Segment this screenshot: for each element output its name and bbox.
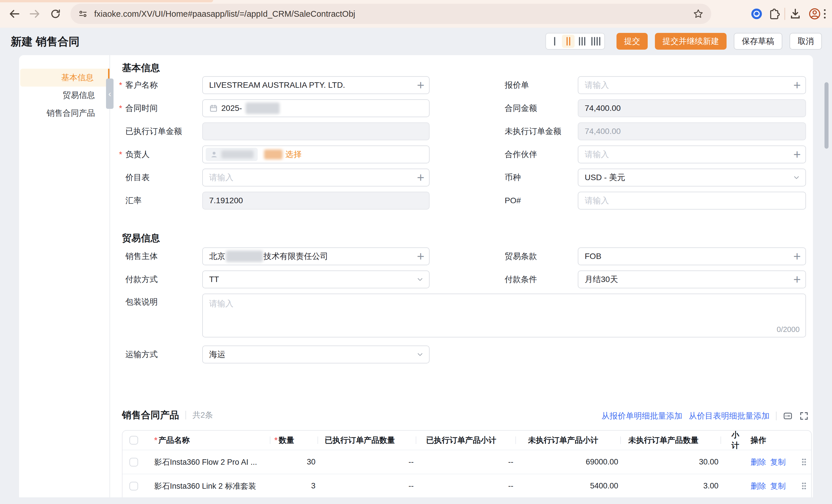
- copy-row-link[interactable]: 复制: [770, 457, 786, 467]
- col-unexecuted-qty: 未执行订单产品数量: [620, 431, 721, 450]
- sidebar-item-trade-info[interactable]: 贸易信息: [20, 86, 109, 104]
- sidebar-collapse-handle[interactable]: ‹: [106, 79, 113, 109]
- submit-and-new-button[interactable]: 提交并继续新建: [655, 33, 727, 50]
- profile-icon[interactable]: [808, 7, 821, 20]
- row-checkbox[interactable]: [129, 458, 138, 467]
- plus-icon[interactable]: +: [417, 171, 424, 184]
- col-executed-qty: 已执行订单产品数量: [317, 431, 416, 450]
- plus-icon[interactable]: +: [417, 79, 424, 91]
- table-header-row: *产品名称 *数量 已执行订单产品数量 已执行订单产品小计 未执行订单产品小计 …: [123, 431, 811, 450]
- redacted-action: [264, 149, 283, 159]
- links-divider: [776, 412, 777, 420]
- plus-icon[interactable]: +: [417, 250, 424, 263]
- url-text[interactable]: fxiaoke.com/XV/UI/Home#paasapp/list/=/ap…: [94, 9, 693, 19]
- payment-terms-input[interactable]: 月结30天 +: [578, 271, 806, 288]
- fullscreen-icon[interactable]: [799, 411, 809, 421]
- site-settings-icon[interactable]: [78, 9, 88, 19]
- downloads-icon[interactable]: [789, 8, 801, 20]
- product-name-cell[interactable]: 影石Insta360 Flow 2 Pro AI ...: [148, 450, 270, 474]
- extensions-puzzle-icon[interactable]: [768, 8, 780, 20]
- forward-icon[interactable]: [28, 7, 41, 20]
- price-list-label: 价目表: [119, 172, 202, 183]
- sidebar-item-contract-products[interactable]: 销售合同产品: [20, 104, 109, 122]
- scrollbar-thumb[interactable]: [825, 82, 829, 149]
- title-divider: [185, 411, 186, 419]
- avatar-icon: [210, 150, 218, 159]
- batch-add-from-quote-link[interactable]: 从报价单明细批量添加: [601, 411, 682, 421]
- layout-option-2col[interactable]: [562, 35, 575, 48]
- drag-handle-icon[interactable]: [802, 482, 806, 490]
- batch-add-from-pricelist-link[interactable]: 从价目表明细批量添加: [689, 411, 770, 421]
- contract-date-input[interactable]: 2025-: [202, 99, 430, 117]
- col-unexecuted-subtotal: 未执行订单产品小计: [515, 431, 620, 450]
- payment-terms-label: 付款条件: [498, 274, 578, 285]
- po-label: PO#: [498, 196, 578, 205]
- chevron-down-icon: [416, 350, 424, 359]
- browser-menu-icon[interactable]: [821, 9, 829, 19]
- packing-note-label: 包装说明: [119, 297, 202, 307]
- layout-option-1col[interactable]: [548, 35, 561, 48]
- section-title-trade: 贸易信息: [122, 232, 160, 245]
- redacted-entity: [226, 251, 263, 262]
- record-count: 共2条: [192, 410, 213, 421]
- bookmark-star-icon[interactable]: [693, 8, 704, 19]
- back-icon[interactable]: [8, 7, 21, 20]
- plus-icon[interactable]: +: [793, 273, 801, 286]
- calendar-icon: [209, 104, 218, 113]
- quote-input[interactable]: 请输入 +: [578, 76, 806, 94]
- trade-terms-input[interactable]: FOB +: [578, 247, 806, 265]
- select-all-checkbox[interactable]: [129, 436, 138, 445]
- sidebar-item-basic-info[interactable]: 基本信息: [20, 69, 109, 87]
- products-table: *产品名称 *数量 已执行订单产品数量 已执行订单产品小计 未执行订单产品小计 …: [122, 430, 812, 497]
- copy-row-link[interactable]: 复制: [770, 481, 786, 491]
- currency-select[interactable]: USD - 美元: [578, 169, 806, 187]
- drag-handle-icon[interactable]: [802, 458, 806, 466]
- layout-option-4col[interactable]: [589, 35, 602, 48]
- price-list-input[interactable]: 请输入 +: [202, 169, 430, 187]
- exchange-rate-input: 7.191200: [202, 192, 430, 209]
- url-bar[interactable]: fxiaoke.com/XV/UI/Home#paasapp/list/=/ap…: [71, 4, 711, 24]
- quote-label: 报价单: [498, 80, 578, 91]
- trade-terms-label: 贸易条款: [498, 251, 578, 262]
- card-view-icon[interactable]: [783, 411, 793, 421]
- currency-label: 币种: [498, 172, 578, 183]
- product-name-cell[interactable]: 影石Insta360 Link 2 标准套装: [148, 474, 270, 497]
- page-title: 新建 销售合同: [11, 34, 80, 49]
- owner-select-link[interactable]: 选择: [285, 149, 302, 160]
- delete-row-link[interactable]: 删除: [751, 457, 766, 467]
- payment-method-select[interactable]: TT: [202, 271, 430, 288]
- owner-label: *负责人: [119, 149, 202, 160]
- col-quantity: *数量: [270, 431, 317, 450]
- sales-entity-input[interactable]: 北京 技术有限责任公司 +: [202, 247, 430, 265]
- delete-row-link[interactable]: 删除: [751, 481, 766, 491]
- customer-input[interactable]: LIVESTREAM AUSTRALIA PTY. LTD. +: [202, 76, 430, 94]
- owner-input[interactable]: 选择: [202, 145, 430, 163]
- col-product-name: *产品名称: [148, 431, 270, 450]
- table-row: 影石Insta360 Link 2 标准套装 3 -- -- 5400.00 3…: [123, 474, 811, 497]
- plus-icon[interactable]: +: [793, 250, 801, 263]
- packing-note-textarea[interactable]: 请输入 0/2000: [202, 293, 806, 337]
- unexecuted-amount-label: 未执行订单金额: [498, 126, 578, 137]
- plus-icon[interactable]: +: [793, 148, 801, 161]
- executed-amount-input: [202, 122, 430, 140]
- reload-icon[interactable]: [49, 7, 62, 20]
- chevron-down-icon: [416, 275, 424, 284]
- plus-icon[interactable]: +: [793, 79, 801, 91]
- submit-button[interactable]: 提交: [617, 33, 648, 50]
- save-draft-button[interactable]: 保存草稿: [734, 33, 782, 50]
- shipping-method-label: 运输方式: [119, 349, 202, 360]
- executed-amount-label: 已执行订单金额: [119, 126, 202, 137]
- owner-chip: [206, 148, 258, 161]
- page-header: 新建 销售合同 提交 提交并继续新建 保存草稿 取消: [0, 28, 832, 55]
- column-layout-switcher: [545, 33, 605, 50]
- extension-badge-icon[interactable]: [750, 7, 763, 20]
- chevron-down-icon: [792, 173, 801, 182]
- layout-option-3col[interactable]: [576, 35, 589, 48]
- col-actions: 操作: [747, 431, 796, 450]
- cancel-button[interactable]: 取消: [789, 33, 822, 50]
- row-checkbox[interactable]: [129, 482, 138, 491]
- po-input[interactable]: 请输入: [578, 192, 806, 209]
- partner-input[interactable]: 请输入 +: [578, 145, 806, 163]
- customer-label: *客户名称: [119, 80, 202, 91]
- shipping-method-select[interactable]: 海运: [202, 345, 430, 363]
